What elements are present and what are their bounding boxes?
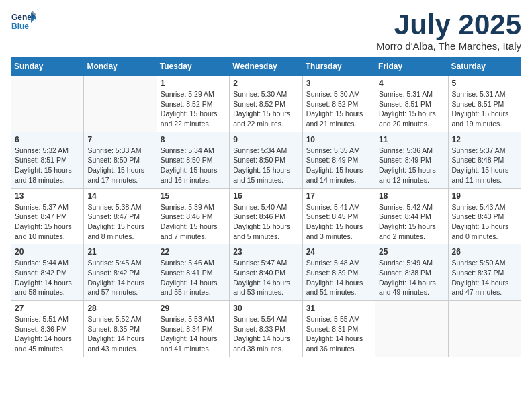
day-number: 21 <box>87 247 152 257</box>
calendar-day-cell: 31Sunrise: 5:55 AM Sunset: 8:31 PM Dayli… <box>302 301 375 357</box>
svg-text:Blue: Blue <box>11 21 29 31</box>
calendar-day-cell: 27Sunrise: 5:51 AM Sunset: 8:36 PM Dayli… <box>11 301 84 357</box>
calendar-day-cell: 4Sunrise: 5:31 AM Sunset: 8:51 PM Daylig… <box>375 76 448 132</box>
day-number: 26 <box>452 247 517 257</box>
calendar-week-row: 13Sunrise: 5:37 AM Sunset: 8:47 PM Dayli… <box>11 188 521 244</box>
day-number: 14 <box>87 191 152 201</box>
weekday-header-saturday: Saturday <box>448 58 521 76</box>
weekday-header-tuesday: Tuesday <box>157 58 229 76</box>
location-subtitle: Morro d'Alba, The Marches, Italy <box>376 40 521 52</box>
calendar-day-cell: 2Sunrise: 5:30 AM Sunset: 8:52 PM Daylig… <box>230 76 302 132</box>
day-info: Sunrise: 5:45 AM Sunset: 8:42 PM Dayligh… <box>87 258 152 298</box>
day-number: 15 <box>161 191 226 201</box>
calendar-day-cell: 12Sunrise: 5:37 AM Sunset: 8:48 PM Dayli… <box>448 132 521 188</box>
weekday-header-row: SundayMondayTuesdayWednesdayThursdayFrid… <box>11 58 521 76</box>
day-info: Sunrise: 5:30 AM Sunset: 8:52 PM Dayligh… <box>306 89 371 129</box>
day-number: 17 <box>306 191 371 201</box>
day-number: 9 <box>233 135 298 144</box>
day-number: 19 <box>452 191 517 201</box>
calendar-day-cell: 14Sunrise: 5:38 AM Sunset: 8:47 PM Dayli… <box>84 188 157 244</box>
day-info: Sunrise: 5:34 AM Sunset: 8:50 PM Dayligh… <box>161 146 226 185</box>
day-info: Sunrise: 5:44 AM Sunset: 8:42 PM Dayligh… <box>15 258 80 298</box>
day-number: 2 <box>233 79 298 88</box>
day-info: Sunrise: 5:55 AM Sunset: 8:31 PM Dayligh… <box>306 314 371 354</box>
calendar-day-cell: 30Sunrise: 5:54 AM Sunset: 8:33 PM Dayli… <box>230 301 302 357</box>
calendar-table: SundayMondayTuesdayWednesdayThursdayFrid… <box>11 57 521 357</box>
day-info: Sunrise: 5:48 AM Sunset: 8:39 PM Dayligh… <box>306 258 371 298</box>
day-number: 23 <box>233 247 298 257</box>
calendar-day-cell: 15Sunrise: 5:39 AM Sunset: 8:46 PM Dayli… <box>157 188 229 244</box>
calendar-day-cell: 24Sunrise: 5:48 AM Sunset: 8:39 PM Dayli… <box>302 244 375 301</box>
day-info: Sunrise: 5:49 AM Sunset: 8:38 PM Dayligh… <box>379 258 444 298</box>
calendar-day-cell <box>375 301 448 357</box>
day-number: 16 <box>233 191 298 201</box>
day-info: Sunrise: 5:34 AM Sunset: 8:50 PM Dayligh… <box>233 146 298 185</box>
calendar-day-cell: 6Sunrise: 5:32 AM Sunset: 8:51 PM Daylig… <box>11 132 84 188</box>
calendar-day-cell: 26Sunrise: 5:50 AM Sunset: 8:37 PM Dayli… <box>448 244 521 301</box>
calendar-day-cell: 3Sunrise: 5:30 AM Sunset: 8:52 PM Daylig… <box>302 76 375 132</box>
day-info: Sunrise: 5:43 AM Sunset: 8:43 PM Dayligh… <box>452 202 517 242</box>
calendar-day-cell <box>84 76 157 132</box>
calendar-day-cell: 29Sunrise: 5:53 AM Sunset: 8:34 PM Dayli… <box>157 301 229 357</box>
day-info: Sunrise: 5:41 AM Sunset: 8:45 PM Dayligh… <box>306 202 371 242</box>
day-number: 25 <box>379 247 444 257</box>
day-number: 30 <box>233 304 298 313</box>
day-info: Sunrise: 5:53 AM Sunset: 8:34 PM Dayligh… <box>161 314 226 354</box>
calendar-week-row: 6Sunrise: 5:32 AM Sunset: 8:51 PM Daylig… <box>11 132 521 188</box>
weekday-header-friday: Friday <box>375 58 448 76</box>
calendar-day-cell: 21Sunrise: 5:45 AM Sunset: 8:42 PM Dayli… <box>84 244 157 301</box>
day-info: Sunrise: 5:46 AM Sunset: 8:41 PM Dayligh… <box>161 258 226 298</box>
weekday-header-monday: Monday <box>84 58 157 76</box>
calendar-day-cell: 18Sunrise: 5:42 AM Sunset: 8:44 PM Dayli… <box>375 188 448 244</box>
day-number: 3 <box>306 79 371 88</box>
day-number: 13 <box>15 191 80 201</box>
day-number: 20 <box>15 247 80 257</box>
weekday-header-thursday: Thursday <box>302 58 375 76</box>
day-number: 6 <box>15 135 80 144</box>
day-info: Sunrise: 5:32 AM Sunset: 8:51 PM Dayligh… <box>15 146 80 185</box>
day-info: Sunrise: 5:37 AM Sunset: 8:48 PM Dayligh… <box>452 146 517 185</box>
calendar-day-cell: 20Sunrise: 5:44 AM Sunset: 8:42 PM Dayli… <box>11 244 84 301</box>
calendar-day-cell: 17Sunrise: 5:41 AM Sunset: 8:45 PM Dayli… <box>302 188 375 244</box>
logo: General Blue <box>11 11 36 32</box>
calendar-day-cell <box>448 301 521 357</box>
calendar-day-cell: 22Sunrise: 5:46 AM Sunset: 8:41 PM Dayli… <box>157 244 229 301</box>
weekday-header-wednesday: Wednesday <box>230 58 302 76</box>
month-title: July 2025 <box>376 11 521 39</box>
day-number: 22 <box>161 247 226 257</box>
day-number: 8 <box>161 135 226 144</box>
day-info: Sunrise: 5:42 AM Sunset: 8:44 PM Dayligh… <box>379 202 444 242</box>
day-info: Sunrise: 5:38 AM Sunset: 8:47 PM Dayligh… <box>87 202 152 242</box>
calendar-day-cell: 7Sunrise: 5:33 AM Sunset: 8:50 PM Daylig… <box>84 132 157 188</box>
calendar-day-cell: 28Sunrise: 5:52 AM Sunset: 8:35 PM Dayli… <box>84 301 157 357</box>
day-number: 5 <box>452 79 517 88</box>
day-number: 12 <box>452 135 517 144</box>
day-number: 10 <box>306 135 371 144</box>
day-number: 4 <box>379 79 444 88</box>
calendar-day-cell <box>11 76 84 132</box>
calendar-day-cell: 16Sunrise: 5:40 AM Sunset: 8:46 PM Dayli… <box>230 188 302 244</box>
day-info: Sunrise: 5:31 AM Sunset: 8:51 PM Dayligh… <box>379 89 444 129</box>
calendar-week-row: 27Sunrise: 5:51 AM Sunset: 8:36 PM Dayli… <box>11 301 521 357</box>
page-header: General Blue July 2025 Morro d'Alba, The… <box>11 11 521 52</box>
day-number: 24 <box>306 247 371 257</box>
day-number: 7 <box>87 135 152 144</box>
day-info: Sunrise: 5:30 AM Sunset: 8:52 PM Dayligh… <box>233 89 298 129</box>
day-info: Sunrise: 5:29 AM Sunset: 8:52 PM Dayligh… <box>161 89 226 129</box>
calendar-day-cell: 19Sunrise: 5:43 AM Sunset: 8:43 PM Dayli… <box>448 188 521 244</box>
day-number: 1 <box>161 79 226 88</box>
day-info: Sunrise: 5:35 AM Sunset: 8:49 PM Dayligh… <box>306 146 371 185</box>
day-info: Sunrise: 5:37 AM Sunset: 8:47 PM Dayligh… <box>15 202 80 242</box>
day-number: 31 <box>306 304 371 313</box>
calendar-day-cell: 11Sunrise: 5:36 AM Sunset: 8:49 PM Dayli… <box>375 132 448 188</box>
calendar-week-row: 1Sunrise: 5:29 AM Sunset: 8:52 PM Daylig… <box>11 76 521 132</box>
day-info: Sunrise: 5:33 AM Sunset: 8:50 PM Dayligh… <box>87 146 152 185</box>
calendar-day-cell: 5Sunrise: 5:31 AM Sunset: 8:51 PM Daylig… <box>448 76 521 132</box>
day-number: 11 <box>379 135 444 144</box>
calendar-day-cell: 10Sunrise: 5:35 AM Sunset: 8:49 PM Dayli… <box>302 132 375 188</box>
day-info: Sunrise: 5:39 AM Sunset: 8:46 PM Dayligh… <box>161 202 226 242</box>
day-info: Sunrise: 5:36 AM Sunset: 8:49 PM Dayligh… <box>379 146 444 185</box>
day-number: 29 <box>161 304 226 313</box>
day-info: Sunrise: 5:52 AM Sunset: 8:35 PM Dayligh… <box>87 314 152 354</box>
calendar-day-cell: 1Sunrise: 5:29 AM Sunset: 8:52 PM Daylig… <box>157 76 229 132</box>
